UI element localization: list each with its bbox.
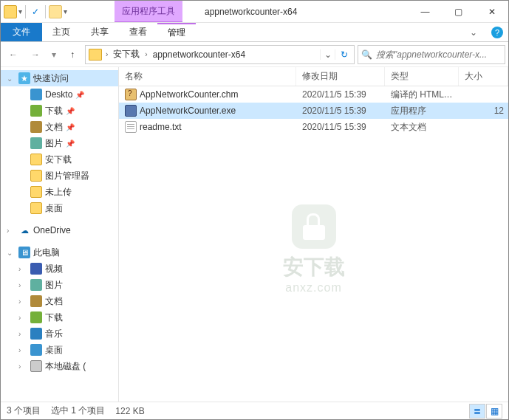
folder-icon	[30, 279, 42, 291]
search-box[interactable]: 🔍	[358, 45, 505, 64]
tree-item[interactable]: › 音乐	[1, 326, 118, 342]
folder-icon	[30, 170, 42, 182]
folder-icon	[30, 121, 42, 133]
chevron-right-icon[interactable]: ›	[143, 50, 149, 58]
tree-label: 文档	[45, 295, 63, 308]
view-icons-button[interactable]: ▦	[486, 404, 502, 419]
lock-icon	[292, 204, 336, 249]
tree-item[interactable]: › 本地磁盘 (	[1, 358, 118, 374]
expand-icon[interactable]: ›	[7, 227, 16, 235]
history-dropdown-icon[interactable]: ▾	[48, 45, 60, 64]
pin-icon: 📌	[66, 140, 75, 148]
expand-icon[interactable]: ›	[18, 330, 27, 338]
folder-icon	[30, 186, 42, 198]
tree-item[interactable]: 图片 📌	[1, 135, 118, 151]
col-type[interactable]: 类型	[385, 67, 459, 86]
file-tab[interactable]: 文件	[1, 23, 42, 41]
forward-button[interactable]: →	[26, 45, 45, 64]
expand-icon[interactable]: ›	[18, 297, 27, 306]
tree-label: 快速访问	[33, 72, 69, 85]
file-icon	[125, 105, 137, 117]
tree-onedrive[interactable]: › ☁ OneDrive	[1, 222, 118, 238]
qat-newfolder-icon[interactable]	[49, 5, 62, 18]
pin-icon: 📌	[66, 123, 75, 131]
tree-label: 桌面	[45, 344, 63, 357]
tree-label: 图片	[45, 279, 63, 292]
folder-icon	[30, 360, 42, 372]
maximize-button[interactable]: ▢	[442, 1, 475, 22]
file-icon	[125, 89, 137, 100]
tab-home[interactable]: 主页	[42, 23, 81, 41]
folder-icon	[30, 154, 42, 165]
file-size: 12	[459, 106, 508, 116]
tree-item[interactable]: 文档 📌	[1, 119, 118, 135]
help-button[interactable]: ?	[486, 23, 508, 41]
address-bar[interactable]: › 安下载 › appnetworkcounter-x64 ⌄ ↻	[85, 45, 355, 64]
tree-item[interactable]: › 下载	[1, 309, 118, 326]
tree-quick-access[interactable]: ⌄ ★ 快速访问	[1, 70, 118, 86]
navigation-tree[interactable]: ⌄ ★ 快速访问 Deskto 📌 下载 📌 文档 📌 图片 📌 安下载 图片管…	[1, 67, 119, 402]
tree-item[interactable]: 未上传	[1, 184, 118, 200]
col-name[interactable]: 名称	[119, 67, 296, 86]
tree-item[interactable]: 安下载	[1, 151, 118, 168]
expand-icon[interactable]: ›	[18, 362, 27, 371]
folder-icon	[30, 89, 42, 100]
folder-icon	[30, 328, 42, 340]
collapse-icon[interactable]: ⌄	[7, 249, 16, 257]
view-details-button[interactable]: ≣	[469, 404, 485, 419]
file-row[interactable]: AppNetworkCounter.exe 2020/11/5 15:39 应用…	[119, 103, 508, 119]
expand-ribbon-icon[interactable]: ⌄	[461, 23, 486, 41]
col-size[interactable]: 大小	[459, 67, 508, 86]
file-date: 2020/11/5 15:39	[296, 89, 385, 100]
search-input[interactable]	[376, 49, 502, 60]
expand-icon[interactable]: ›	[18, 314, 27, 322]
tree-label: 本地磁盘 (	[45, 360, 86, 373]
tree-item[interactable]: 下载 📌	[1, 103, 118, 119]
back-button[interactable]: ←	[4, 45, 23, 64]
title-bar: ▾ ✓ ▾ 应用程序工具 appnetworkcounter-x64 — ▢ ✕	[1, 1, 508, 23]
app-icon[interactable]	[4, 5, 17, 18]
collapse-icon[interactable]: ⌄	[7, 75, 16, 83]
tree-item[interactable]: 图片管理器	[1, 168, 118, 184]
refresh-button[interactable]: ↻	[335, 49, 352, 60]
tree-label: 图片管理器	[45, 170, 89, 182]
tab-manage[interactable]: 管理	[157, 23, 196, 41]
qat-dropdown-icon[interactable]: ▾	[18, 7, 22, 16]
tree-item[interactable]: › 图片	[1, 277, 118, 293]
tree-label: Deskto	[45, 89, 72, 100]
up-button[interactable]: ↑	[63, 45, 82, 64]
close-button[interactable]: ✕	[475, 1, 508, 22]
address-dropdown-icon[interactable]: ⌄	[320, 49, 335, 60]
tab-view[interactable]: 查看	[119, 23, 157, 41]
status-bar: 3 个项目 选中 1 个项目 122 KB ≣ ▦	[1, 402, 508, 419]
expand-icon[interactable]: ›	[18, 281, 27, 289]
tree-label: OneDrive	[33, 225, 71, 235]
status-size: 122 KB	[115, 406, 144, 416]
qat-properties-icon[interactable]: ✓	[29, 5, 42, 18]
tab-share[interactable]: 共享	[81, 23, 119, 41]
folder-icon	[30, 311, 42, 323]
file-name: AppNetworkCounter.chm	[140, 89, 238, 100]
quick-access-toolbar: ▾ ✓ ▾	[1, 1, 70, 22]
breadcrumb[interactable]: appnetworkcounter-x64	[150, 49, 248, 60]
file-row[interactable]: readme.txt 2020/11/5 15:39 文本文档	[119, 119, 508, 135]
minimize-button[interactable]: —	[409, 1, 442, 22]
tree-item[interactable]: 桌面	[1, 200, 118, 216]
expand-icon[interactable]: ›	[18, 346, 27, 354]
file-row[interactable]: AppNetworkCounter.chm 2020/11/5 15:39 编译…	[119, 86, 508, 103]
status-count: 3 个项目	[7, 404, 41, 417]
col-date[interactable]: 修改日期	[296, 67, 385, 86]
folder-icon	[30, 202, 42, 214]
tree-item[interactable]: › 视频	[1, 261, 118, 277]
chevron-right-icon[interactable]: ›	[103, 50, 110, 58]
breadcrumb[interactable]: 安下载	[110, 48, 143, 61]
qat-customize-icon[interactable]: ▾	[64, 7, 67, 16]
tree-item[interactable]: Deskto 📌	[1, 86, 118, 103]
tree-item[interactable]: › 桌面	[1, 342, 118, 358]
tree-this-pc[interactable]: ⌄ 🖥 此电脑	[1, 244, 118, 261]
tree-label: 下载	[45, 105, 63, 117]
file-rows[interactable]: 安下载 anxz.com AppNetworkCounter.chm 2020/…	[119, 86, 508, 402]
expand-icon[interactable]: ›	[18, 265, 27, 273]
tree-item[interactable]: › 文档	[1, 293, 118, 309]
folder-icon	[30, 344, 42, 356]
